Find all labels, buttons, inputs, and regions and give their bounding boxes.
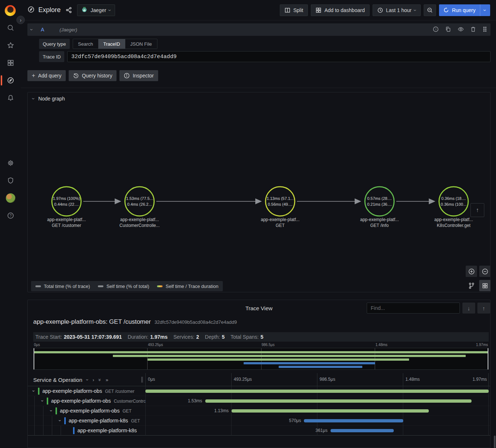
pan-to-content-button[interactable]: ↑ [470,203,484,217]
svg-text:?: ? [435,28,437,31]
span-collapse-chevron[interactable]: › [49,410,54,411]
span-row[interactable]: › app-exemple-platform-k8sGET 570μs [28,416,490,426]
svg-text:app-exemple-platf...: app-exemple-platf... [360,217,399,222]
trace-title-row: app-exemple-platform-obs: GET /customer … [33,318,237,326]
starred-icon[interactable] [0,42,21,49]
grid-layout-button[interactable] [479,280,491,291]
span-operation: CustomerController... [114,399,145,404]
search-icon[interactable] [0,24,21,31]
node-graph-panel: 1.97ms (100%) 0.44ms (22.... app-exemple… [27,92,491,292]
svg-text:1.53ms (77.5...: 1.53ms (77.5... [126,196,153,201]
add-query-button[interactable]: + Add query [27,70,66,81]
zoom-out-button[interactable] [479,266,491,277]
duplicate-query-icon[interactable] [445,26,451,33]
settings-gear-icon[interactable] [0,159,21,167]
add-to-dashboard-label: Add to dashboard [324,7,365,13]
span-bar[interactable] [331,429,394,432]
query-type-row: Query type Search TraceID JSON File [39,39,491,49]
zoom-controls [466,266,491,277]
minimap-right-handle[interactable] [488,348,488,369]
find-next-button[interactable]: ↓ [462,303,475,314]
split-button[interactable]: Split [280,4,308,16]
trace-id-value: 32dfc57de9409b5acd08a4c2d7e4add9 [154,319,237,325]
help-icon[interactable]: ? [0,212,21,219]
datasource-picker[interactable]: Jaeger › [77,4,115,16]
span-bar[interactable] [145,390,489,393]
drag-handle-icon[interactable] [482,26,487,33]
span-collapse-chevron[interactable]: › [57,420,62,421]
chevron-down-icon: › [107,9,112,11]
admin-shield-icon[interactable] [0,177,21,184]
find-input[interactable] [367,303,460,314]
arrow-up-icon: ↑ [482,305,485,311]
graph-node[interactable]: 1.97ms (100%) 0.44ms (22.... app-exemple… [47,187,86,228]
time-range-picker[interactable]: Last 1 hour › [373,4,421,16]
span-collapse-chevron[interactable]: › [40,400,45,402]
inspector-button[interactable]: Inspector [119,70,158,81]
toggle-visibility-eye-icon[interactable] [458,26,464,33]
sidebar-expand-button[interactable]: › [16,16,25,24]
legend-item: Total time (% of trace) [35,284,90,289]
layout-controls [466,280,491,291]
zoom-in-button[interactable] [466,266,477,277]
user-avatar[interactable] [0,194,21,202]
span-operation: GET [122,409,131,414]
svg-text:GET /info: GET /info [370,223,389,228]
trace-timeline-minimap[interactable] [33,348,489,370]
trace-start: Trace Start:2023-05-31 17:07:39.691 [35,334,122,340]
collapse-all-icon[interactable]: » [98,378,102,381]
collapse-chevron-icon[interactable]: › [29,29,34,31]
span-bar[interactable] [304,419,403,422]
collapse-chevron-icon: › [31,98,36,100]
section-divider [21,88,496,88]
node-graph-canvas[interactable]: 1.97ms (100%) 0.44ms (22.... app-exemple… [28,92,490,292]
graph-node[interactable]: 1.53ms (77.5... 0.4ms (26.2... app-exemp… [119,187,160,228]
span-bar[interactable] [205,399,472,403]
query-type-option-search[interactable]: Search [73,39,98,49]
grafana-logo[interactable] [5,5,16,16]
legend-swatch [35,285,41,287]
help-circle-icon[interactable]: ? [433,26,439,33]
inspector-label: Inspector [133,73,154,79]
span-bar[interactable] [232,409,429,413]
legend-swatch-gradient [157,285,163,287]
query-type-option-traceid[interactable]: TraceID [98,39,125,49]
alerting-icon[interactable] [0,94,21,102]
collapse-one-icon[interactable]: › [85,379,90,380]
chevron-down-icon: › [413,9,418,11]
minimap-left-handle[interactable] [34,348,34,369]
graph-node[interactable]: 0.36ms (18.... 0.36ms (100... app-exempl… [434,187,473,228]
query-type-option-jsonfile[interactable]: JSON File [125,39,157,49]
span-collapse-chevron[interactable]: › [31,390,36,392]
expand-all-icon[interactable]: » [106,377,108,382]
graph-node[interactable]: 0.57ms (28.... 0.21ms (36.... app-exempl… [360,187,399,228]
dashboards-icon[interactable] [0,59,21,67]
column-splitter[interactable] [141,377,144,383]
span-row[interactable]: › app-exemple-platform-obsCustomerContro… [28,396,490,406]
run-query-caret[interactable]: › [480,4,490,16]
query-row-header[interactable]: › A (Jaeger) ? [27,23,491,36]
expand-one-icon[interactable]: › [93,377,94,382]
query-history-button[interactable]: Query history [69,70,117,81]
trace-id-input[interactable] [67,51,491,62]
svg-text:0.4ms (26.2...: 0.4ms (26.2... [127,202,152,206]
find-prev-button[interactable]: ↑ [477,303,490,314]
span-row[interactable]: › app-exemple-platform-obsGET /customer [28,386,490,396]
zoom-out-time-button[interactable] [424,4,436,16]
span-row[interactable]: › app-exemple-platform-obsGET 1.13ms [28,406,490,416]
delete-query-trash-icon[interactable] [470,26,476,33]
explore-icon[interactable] [0,77,21,84]
grafana-explore-page: ? › Explore Jaeger › Split Add to dashbo… [0,0,496,448]
query-row-actions: ? [433,26,487,33]
add-to-dashboard-button[interactable]: Add to dashboard [311,4,370,16]
page-scrollbar-thumb[interactable] [494,436,496,448]
run-query-button[interactable]: Run query › [439,4,490,16]
sidebar: ? [0,0,21,448]
layered-layout-button[interactable] [466,280,477,291]
trace-services: Services:2 [173,334,199,340]
svg-text:0.44ms (22....: 0.44ms (22.... [54,202,79,206]
share-icon[interactable] [66,7,72,13]
graph-node[interactable]: 1.13ms (57.1... 0.56ms (49.... app-exemp… [261,187,299,228]
span-row[interactable]: app-exemple-platform-k8s 361μs [28,426,490,436]
span-service: app-exemple-platform-k8s [77,428,137,433]
